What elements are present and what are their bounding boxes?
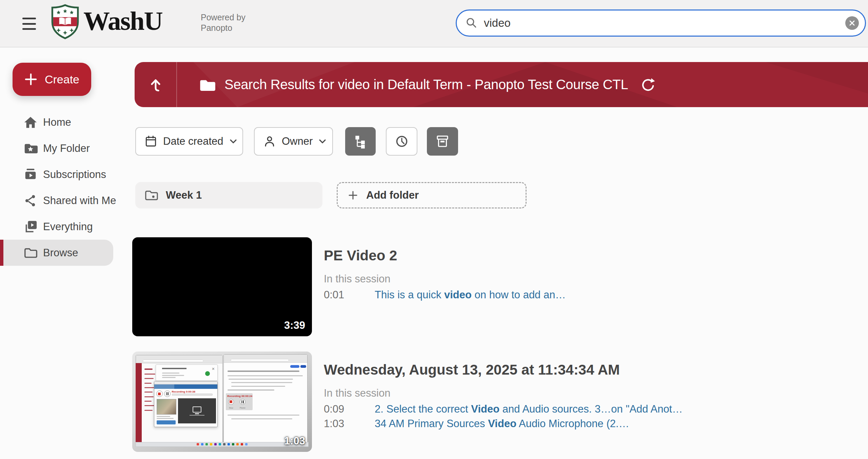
chevron-down-icon bbox=[229, 137, 238, 146]
sidebar-item-browse[interactable]: Browse bbox=[0, 240, 113, 266]
panopto-app: WashU Powered by Panopto Create bbox=[0, 0, 868, 459]
bar-divider bbox=[176, 62, 177, 107]
create-button[interactable]: Create bbox=[13, 63, 91, 96]
powered-by-panopto: Powered by Panopto bbox=[201, 12, 245, 33]
clock-icon bbox=[394, 134, 409, 149]
thumb-taskbar bbox=[136, 442, 309, 447]
session-match-row: 0:01This is a quick video on how to add … bbox=[324, 289, 566, 303]
session-heading: In this session bbox=[324, 387, 683, 399]
session-matches: 0:092. Select the correct Video and Audi… bbox=[324, 403, 683, 432]
session-heading: In this session bbox=[324, 273, 566, 285]
share-icon bbox=[23, 193, 38, 208]
video-thumbnail[interactable]: 3:39 bbox=[132, 237, 312, 336]
sidebar-item-home[interactable]: Home bbox=[0, 109, 113, 135]
home-icon bbox=[23, 115, 38, 130]
washu-logo[interactable]: WashU bbox=[50, 4, 162, 41]
date-created-dropdown[interactable]: Date created bbox=[135, 127, 243, 156]
archive-button[interactable] bbox=[427, 127, 458, 156]
thumb-canvas-sidebar bbox=[136, 363, 142, 443]
folder-week-1[interactable]: Week 1 bbox=[135, 182, 322, 208]
search-input[interactable] bbox=[484, 17, 845, 29]
top-header: WashU Powered by Panopto bbox=[0, 0, 868, 47]
search-icon bbox=[465, 16, 478, 30]
match-snippet-link[interactable]: This is a quick video on how to add an… bbox=[375, 289, 566, 301]
subscriptions-icon bbox=[23, 167, 38, 182]
folder-star-icon bbox=[23, 141, 38, 156]
video-title-link[interactable]: Wednesday, August 13, 2025 at 11:34:34 A… bbox=[324, 362, 683, 378]
search-result-item: 3:39 PE Video 2 In this session 0:01This… bbox=[132, 237, 566, 336]
folder-bar-title: Search Results for video in Default Term… bbox=[224, 77, 628, 92]
result-details: PE Video 2 In this session 0:01This is a… bbox=[324, 237, 566, 336]
recent-button[interactable] bbox=[386, 127, 417, 156]
thumb-recorder-window: Recording 0:00:38 bbox=[154, 381, 218, 427]
refresh-icon[interactable] bbox=[639, 77, 655, 93]
add-folder-button[interactable]: Add folder bbox=[337, 182, 527, 208]
person-icon bbox=[263, 135, 276, 148]
washu-shield-icon bbox=[50, 4, 80, 41]
folder-icon bbox=[199, 77, 216, 93]
plus-icon bbox=[348, 190, 358, 200]
match-timestamp[interactable]: 1:03 bbox=[324, 418, 375, 430]
match-timestamp[interactable]: 0:01 bbox=[324, 289, 375, 301]
filter-toolbar: Date created Owner bbox=[135, 127, 458, 156]
session-match-row: 0:092. Select the correct Video and Audi… bbox=[324, 403, 683, 418]
plus-icon bbox=[24, 73, 37, 86]
active-indicator bbox=[0, 240, 3, 266]
create-label: Create bbox=[45, 73, 79, 86]
sidebar-item-everything[interactable]: Everything bbox=[0, 214, 113, 240]
menu-icon[interactable] bbox=[22, 18, 37, 30]
search-bar[interactable] bbox=[456, 9, 866, 37]
video-library-icon bbox=[23, 219, 38, 234]
archive-box-icon bbox=[435, 134, 450, 149]
chevron-down-icon bbox=[318, 137, 327, 146]
sidebar-item-subscriptions[interactable]: Subscriptions bbox=[0, 161, 113, 187]
tree-view-icon bbox=[353, 134, 368, 149]
match-snippet-link[interactable]: 2. Select the correct Video and Audio so… bbox=[375, 403, 683, 415]
folder-header-bar: Search Results for video in Default Term… bbox=[135, 62, 868, 107]
match-timestamp[interactable]: 0:09 bbox=[324, 403, 375, 415]
logo-wordmark: WashU bbox=[83, 4, 162, 38]
clear-search-icon[interactable] bbox=[845, 16, 859, 30]
match-snippet-link[interactable]: 34 AM Primary Sources Video Audio Microp… bbox=[375, 418, 629, 430]
thumb-record-modal: ✕ bbox=[156, 364, 218, 381]
folder-dot-icon bbox=[144, 188, 158, 202]
duration-badge: 3:39 bbox=[284, 319, 305, 332]
sidebar-item-shared-with-me[interactable]: Shared with Me bbox=[0, 187, 113, 214]
calendar-icon bbox=[144, 135, 158, 148]
sidebar-item-my-folder[interactable]: My Folder bbox=[0, 135, 113, 161]
search-result-item: ✕ Recording 0:00:38 bbox=[132, 352, 683, 452]
owner-dropdown[interactable]: Owner bbox=[254, 127, 333, 156]
folder-outline-icon bbox=[23, 245, 38, 260]
subfolders-row: Week 1 Add folder bbox=[135, 182, 527, 208]
result-details: Wednesday, August 13, 2025 at 11:34:34 A… bbox=[324, 352, 683, 452]
up-one-level-icon[interactable] bbox=[147, 76, 164, 94]
video-title-link[interactable]: PE Video 2 bbox=[324, 247, 566, 264]
duration-badge: 1:03 bbox=[284, 435, 305, 447]
thumb-recording-panel: Recording 00:00:24 Stop Pause bbox=[226, 393, 253, 410]
session-match-row: 1:0334 AM Primary Sources Video Audio Mi… bbox=[324, 418, 683, 432]
tree-view-button[interactable] bbox=[345, 127, 376, 156]
session-matches: 0:01This is a quick video on how to add … bbox=[324, 289, 566, 303]
video-thumbnail[interactable]: ✕ Recording 0:00:38 bbox=[132, 352, 312, 452]
